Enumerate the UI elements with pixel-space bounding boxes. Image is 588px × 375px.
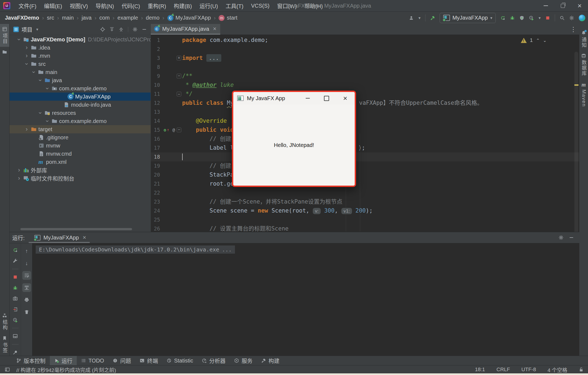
tree-closed-arrow-icon[interactable]: › [23,44,31,51]
window-restore-button[interactable] [554,0,571,11]
tree-row[interactable]: ›target [10,125,151,133]
code-line[interactable]: 14@Override [151,116,579,125]
tree-row[interactable]: ›java [10,76,151,84]
fold-marker[interactable]: + [177,56,181,60]
breadcrumb-item[interactable]: java [82,15,92,21]
code-line[interactable]: 13 [151,107,579,116]
code-line[interactable]: 19// 创建 [151,161,579,170]
code-line[interactable]: 21root.ge [151,179,579,188]
hide-run-panel-icon[interactable] [569,235,574,240]
wrench-button[interactable] [11,257,20,265]
printer-button[interactable] [22,296,31,304]
softwrap-button[interactable] [22,271,31,280]
javafx-title-bar[interactable]: My JavaFX App × [233,92,355,104]
menu-item[interactable]: 文件(F) [15,0,40,11]
indent-setting[interactable]: 4 个空格 [547,366,567,373]
tool-button-书签[interactable]: 书签 [0,333,9,356]
code-line[interactable]: 3+import ... [151,54,579,63]
code-line[interactable]: 9−/** [151,72,579,81]
gateway-sphere-icon[interactable] [579,15,585,21]
trash-button[interactable] [22,308,31,316]
stop-button[interactable] [11,273,20,281]
tool-window-button-Statistic[interactable]: Statistic [162,356,197,365]
javafx-maximize-button[interactable] [320,92,333,104]
javafx-close-button[interactable]: × [339,92,351,104]
code-line[interactable]: 8 [151,63,579,72]
bug-button[interactable] [11,284,20,291]
menu-item[interactable]: 运行(U) [196,0,222,11]
fold-marker[interactable]: − [177,128,181,132]
tree-row[interactable]: ›.mvn [10,52,151,60]
pin-button[interactable] [11,349,20,356]
tree-closed-arrow-icon[interactable]: › [23,52,31,59]
tool-window-button-服务[interactable]: 服务 [230,356,257,365]
tree-row[interactable]: ›main [10,68,151,76]
tree-open-arrow-icon[interactable]: › [23,60,30,68]
code-line[interactable]: 20StackPa [151,170,579,179]
clockrun-button[interactable] [11,316,20,324]
menu-item[interactable]: 代码(C) [118,0,144,11]
menu-item[interactable]: 重构(R) [144,0,170,11]
camera-button[interactable] [11,295,20,302]
scrollend-button[interactable] [22,283,31,292]
build-hammer-icon[interactable] [430,16,435,20]
code-line[interactable]: 1package com.example.demo; [151,36,579,45]
code-line[interactable]: 11− */ [151,90,579,99]
tab-close-icon[interactable]: × [83,234,86,241]
tree-closed-arrow-icon[interactable]: › [15,175,23,182]
javafx-app-window[interactable]: My JavaFX App × Hello, JNotepad! [232,91,356,187]
fold-marker[interactable]: − [177,74,181,78]
expand-all-icon[interactable] [109,27,114,32]
exit-button[interactable] [11,306,20,313]
breadcrumb-item[interactable]: main [62,15,74,21]
code-line[interactable]: 24Scene scene = new Scene(root, v: 300, … [151,206,579,215]
tool-button-数据库[interactable]: 数据库 [579,51,588,79]
menu-item[interactable]: 构建(B) [170,0,196,11]
code-line[interactable]: 17Label l); [151,143,579,152]
tree-row[interactable]: ›.idea [10,44,151,52]
next-warning-icon[interactable]: ⌄ [543,38,547,43]
code-area[interactable]: 1package com.example.demo;23+import ...8… [151,35,579,232]
tree-row[interactable]: mpom.xml [10,158,151,166]
tree-closed-arrow-icon[interactable]: › [23,126,31,133]
breadcrumb-item[interactable]: src [47,15,54,21]
tree-row[interactable]: .gitignore [10,133,151,142]
warning-stripe-mark[interactable] [574,84,578,86]
prev-warning-icon[interactable]: ⌃ [536,38,540,43]
tree-open-arrow-icon[interactable]: › [44,117,51,125]
tab-myjavafxapp[interactable]: C MyJavaFXApp.java × [151,24,220,35]
gutter-override-icon[interactable]: o↑ @ [163,125,176,134]
tree-row[interactable]: ›src [10,60,151,68]
rerun-button[interactable] [11,247,20,254]
inspection-widget[interactable]: 1 ⌃ ⌄ [521,37,547,43]
console-fold[interactable]: ... [222,246,232,253]
tool-window-button-版本控制[interactable]: 版本控制 [12,356,50,365]
tool-window-button-TODO[interactable]: TODO [77,356,108,365]
tree-row[interactable]: ›com.example.demo [10,84,151,93]
tab-close-icon[interactable]: × [213,25,216,32]
tool-window-button-问题[interactable]: 问题 [108,356,135,365]
run-settings-gear-icon[interactable] [559,235,564,240]
breadcrumb-item[interactable]: demo [146,15,160,21]
tool-button-folder[interactable] [0,47,9,57]
locate-file-icon[interactable] [100,27,105,32]
unlock-icon[interactable] [579,367,584,372]
layout-button[interactable] [11,333,20,340]
down-button[interactable]: ↓ [22,259,31,268]
coverage-icon[interactable] [519,16,524,20]
file-encoding[interactable]: UTF-8 [521,367,536,373]
tool-window-button-运行[interactable]: 运行 [50,356,77,365]
caret-position[interactable]: 18:1 [475,367,485,373]
code-line[interactable]: 22 [151,188,579,197]
search-icon[interactable] [560,16,565,20]
console-line[interactable]: E:\Downloads\CodesDownloads\jdk\jdk-17.0… [36,245,235,254]
code-line[interactable]: 18 [151,152,579,161]
window-minimize-button[interactable] [537,0,554,11]
tool-window-button-分析器[interactable]: 分析器 [197,356,230,365]
tool-window-button-构建[interactable]: 构建 [257,356,284,365]
javafx-minimize-button[interactable] [301,92,314,104]
tree-open-arrow-icon[interactable]: › [37,109,44,117]
breadcrumb-method[interactable]: start [227,15,237,21]
breadcrumb-item[interactable]: example [118,15,138,21]
tool-button-结构[interactable]: 结构 [0,310,9,333]
